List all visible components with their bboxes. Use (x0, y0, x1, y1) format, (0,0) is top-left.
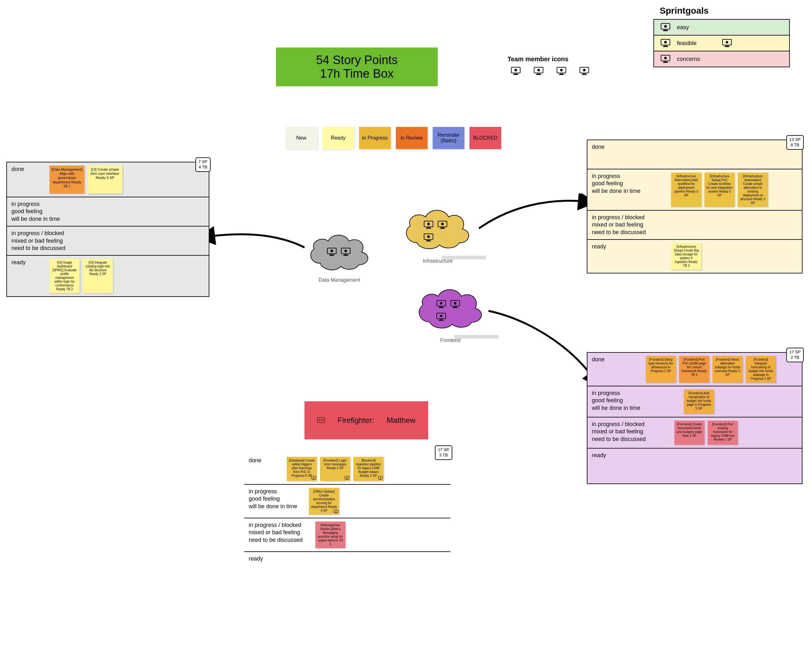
legend-inreview: in Review (396, 127, 428, 149)
row-notes: [Data Management] Align with governance … (50, 166, 123, 194)
sticky-note[interactable]: [Frontend] Integrate forecasting of budg… (746, 356, 776, 383)
svg-rect-50 (426, 241, 431, 241)
sprintgoal-row-feasible: feasible (654, 36, 789, 52)
svg-rect-34 (329, 255, 334, 255)
sticky-note[interactable]: [Data Management] Align with governance … (50, 166, 84, 194)
svg-point-79 (380, 477, 381, 478)
sticky-note[interactable]: [Infrastructure Automation] Add workflow… (671, 173, 701, 207)
svg-rect-9 (560, 74, 563, 74)
row-notes: [Frontend] Create forecasted funds and b… (674, 420, 738, 445)
sticky-note[interactable]: [Frontend] Port existing framework for l… (708, 420, 738, 445)
svg-point-73 (313, 477, 314, 478)
monitor-icon (436, 312, 446, 321)
sticky-note[interactable]: [Frontend] Create forecasted funds and b… (674, 420, 704, 445)
monitor-icon (660, 55, 670, 63)
banner-line1: 54 Story Points (289, 53, 425, 67)
firefighter-name: Matthew (387, 416, 415, 425)
sticky-note[interactable]: [Frontend] Login error messages Ready 2 … (320, 457, 350, 481)
svg-rect-2 (513, 74, 518, 75)
legend-ready: Ready (322, 127, 354, 149)
board-row-done: done [Frontend] Setup type hierarchy for… (588, 353, 802, 386)
svg-rect-18 (663, 31, 668, 31)
sticky-note[interactable]: [Frontend] Move alternative subpage for … (712, 356, 743, 383)
row-label: ready (249, 555, 284, 563)
monitor-icon (660, 23, 670, 32)
sticky-note[interactable]: [UI] Integrate existing login into AD st… (83, 259, 113, 293)
row-label: in progress good feeling will be done in… (592, 173, 668, 195)
monitor-icon (534, 66, 544, 76)
board-row-inprogress: in progress good feeling will be done in… (7, 197, 209, 226)
sticky-note[interactable]: [Frontend] Add visualization of budget i… (684, 390, 714, 414)
svg-point-59 (454, 302, 457, 304)
sprintgoals-box: easy feasible concerns (654, 19, 790, 67)
cloud-data-management[interactable]: Data Management (305, 228, 374, 276)
svg-rect-75 (346, 479, 348, 480)
sprintgoal-label: concerns (677, 56, 700, 63)
board-row-ready: ready (588, 448, 802, 484)
svg-rect-41 (427, 228, 430, 228)
svg-rect-42 (426, 228, 431, 229)
sticky-note[interactable]: [Frontend] Setup type hierarchy for allo… (646, 356, 676, 383)
cloud-label: Frontend (440, 338, 460, 343)
monitor-icon (436, 300, 446, 309)
sticky-note[interactable]: [Database] Create safety triggers after … (287, 457, 317, 481)
monitor-icon (378, 476, 383, 480)
sticky-note[interactable]: [Infrastructure Setup] Create Big Data s… (671, 243, 701, 270)
board-infrastructure[interactable]: 13 SP 8 TB done in progress good feeling… (587, 139, 802, 273)
sprintgoal-label: feasible (677, 40, 697, 47)
svg-rect-26 (725, 46, 730, 47)
row-label: done (592, 356, 642, 363)
row-label: done (11, 166, 46, 173)
monitor-icon (423, 220, 434, 230)
row-label: ready (592, 452, 627, 459)
arrow-infra-to-yellow (473, 194, 590, 238)
svg-rect-33 (330, 254, 334, 255)
svg-rect-67 (318, 418, 325, 423)
svg-point-51 (427, 235, 430, 238)
sticky-note[interactable]: [UI] Usage dashboard [SPIKE] Evaluate pr… (50, 259, 80, 293)
id-card-icon (317, 417, 325, 424)
arrow-data-to-grey (203, 222, 311, 260)
sticky-note[interactable]: [Infrastructure Setup] PoC Create workfl… (704, 173, 735, 207)
row-label: ready (592, 243, 668, 250)
legend-new: New (286, 127, 317, 149)
board-row-ready: ready (244, 552, 450, 571)
svg-rect-1 (514, 74, 518, 74)
monitor-icon (341, 247, 351, 256)
cloud-infrastructure[interactable]: Infrastructure (400, 203, 476, 257)
svg-rect-61 (439, 319, 443, 320)
svg-point-35 (331, 250, 333, 252)
board-row-done: done [Data Management] Align with govern… (7, 162, 209, 197)
row-notes: Retrospective Stories [Retro] Messaging … (315, 522, 345, 548)
svg-rect-5 (537, 74, 541, 74)
row-notes: [Infrastructure Setup] Create Big Data s… (671, 243, 701, 270)
row-label: in progress good feeling will be done in… (249, 488, 306, 510)
monitor-icon (327, 247, 337, 256)
board-data-management[interactable]: 7 SP 4 TB done [Data Management] Align w… (6, 162, 209, 297)
board-row-ready: ready [UI] Usage dashboard [SPIKE] Evalu… (7, 255, 209, 296)
svg-rect-25 (725, 46, 729, 46)
board-row-ready: ready [Infrastructure Setup] Create Big … (588, 240, 802, 273)
sticky-note[interactable]: [Infrastructure Automation] Create simpl… (738, 173, 768, 207)
cloud-icons (436, 300, 468, 321)
sprintgoals-title: Sprintgoals (660, 6, 709, 16)
svg-rect-14 (582, 74, 587, 75)
svg-rect-30 (663, 62, 668, 63)
sticky-note[interactable]: [Office Update] Create synchronization s… (309, 488, 339, 514)
row-label: in progress / blocked mixed or bad feeli… (11, 230, 75, 252)
svg-point-76 (347, 477, 348, 478)
team-icons-row (511, 66, 589, 76)
sticky-note[interactable]: [Frontend] Port PoC profile page for cur… (679, 356, 709, 383)
row-label: in progress / blocked mixed or bad feeli… (592, 420, 671, 443)
monitor-icon (722, 39, 732, 48)
sticky-note[interactable]: [Backend] Ingestion pipeline for legacy … (354, 457, 384, 481)
row-label: in progress / blocked mixed or bad feeli… (592, 214, 655, 236)
board-firefighter[interactable]: 17 SP 3 TB done [Database] Create safety… (244, 454, 450, 571)
sticky-note[interactable]: Retrospective Stories [Retro] Messaging … (315, 522, 345, 548)
legend-blocked: BLOCKED (470, 127, 501, 149)
board-frontend[interactable]: 17 SP 2 TB done [Frontend] Setup type hi… (587, 352, 802, 484)
sticky-note[interactable]: [UI] Create simple item user interface R… (87, 166, 123, 194)
legend-reminder: Reminder (Retro) (433, 127, 464, 149)
cloud-frontend[interactable]: Frontend (412, 282, 489, 336)
board-row-inprogress: in progress good feeling will be done in… (244, 485, 450, 518)
